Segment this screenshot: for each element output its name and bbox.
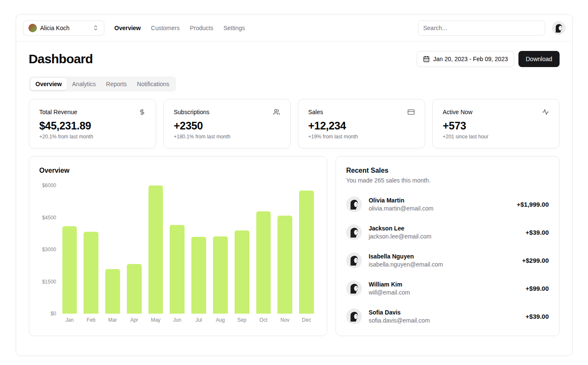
main-nav: Overview Customers Products Settings (115, 25, 245, 31)
tab-notifications[interactable]: Notifications (132, 78, 174, 90)
user-avatar[interactable] (552, 21, 566, 35)
sale-amount: +$99.00 (526, 285, 549, 292)
customer-avatar (346, 197, 362, 212)
recent-sales-card: Recent Sales You made 265 sales this mon… (336, 156, 560, 336)
top-header: Alicia Koch Overview Customers Products … (16, 14, 572, 42)
sale-row: William Kim will@email.com +$99.00 (346, 281, 549, 296)
stat-change: +180.1% from last month (174, 134, 280, 140)
chart-xtick-label: Jul (191, 317, 206, 323)
customer-email: sofia.davis@email.com (369, 317, 430, 324)
team-switcher[interactable]: Alicia Koch (23, 20, 104, 36)
nav-link-products[interactable]: Products (190, 25, 213, 31)
customer-email: will@email.com (369, 289, 410, 296)
chart-bar (277, 216, 292, 314)
stat-change: +20.1% from last month (39, 134, 146, 140)
tab-overview[interactable]: Overview (31, 78, 67, 90)
main-content: Dashboard Jan 20, 2023 - Feb 09, 2023 Do… (16, 42, 572, 356)
chart-bar-column (213, 185, 228, 314)
chart-bar-column (84, 185, 98, 314)
stat-cards: Total Revenue $45,231.89 +20.1% from las… (29, 99, 560, 149)
dashboard-tabs: Overview Analytics Reports Notifications (29, 76, 176, 92)
stat-label: Total Revenue (39, 109, 78, 115)
nav-link-settings[interactable]: Settings (224, 25, 245, 31)
sale-row: Isabella Nguyen isabella.nguyen@email.co… (346, 253, 549, 268)
stat-label: Sales (308, 109, 323, 115)
stat-value: +573 (443, 120, 549, 132)
chart-bar (170, 225, 185, 314)
sale-row: Jackson Lee jackson.lee@email.com +$39.0… (346, 225, 549, 240)
chart-bar (148, 185, 163, 314)
chart-xtick-label: Jun (170, 317, 185, 323)
team-avatar (28, 24, 37, 32)
chart-x-axis: JanFebMarAprMayJunJulAugSepOctNovDec (60, 317, 316, 323)
chart-bar-column (235, 185, 249, 314)
users-icon (273, 109, 280, 115)
chart-bar-column (170, 185, 185, 314)
chart-title: Overview (39, 167, 316, 174)
activity-icon (542, 109, 549, 115)
dollar-sign-icon (139, 109, 146, 115)
stat-label: Active Now (443, 109, 473, 115)
sale-amount: +$1,999.00 (517, 201, 549, 208)
page-title: Dashboard (29, 52, 93, 66)
nav-link-customers[interactable]: Customers (151, 25, 180, 31)
customer-avatar (346, 253, 362, 268)
sale-info: Sofia Davis sofia.davis@email.com (369, 309, 430, 324)
chart-xtick-label: Aug (213, 317, 228, 323)
sale-info: Isabella Nguyen isabella.nguyen@email.co… (369, 253, 443, 268)
customer-name: Jackson Lee (369, 225, 431, 232)
customer-email: jackson.lee@email.com (369, 233, 431, 240)
chart-xtick-label: Dec (299, 317, 314, 323)
stat-value: +12,234 (308, 120, 414, 132)
chevrons-up-down-icon (92, 25, 99, 31)
date-range-text: Jan 20, 2023 - Feb 09, 2023 (433, 56, 508, 62)
customer-email: isabella.nguyen@email.com (369, 261, 443, 268)
chart-ytick-label: $3000 (42, 247, 56, 253)
chart-bar-column (277, 185, 292, 314)
customer-avatar (346, 281, 362, 296)
chart-y-axis: $6000$4500$3000$1500$0 (39, 185, 60, 314)
customer-name: Olivia Martin (369, 197, 434, 204)
nav-link-overview[interactable]: Overview (115, 25, 141, 31)
sale-amount: +$39.00 (526, 229, 549, 236)
tab-analytics[interactable]: Analytics (67, 78, 101, 90)
chart-xtick-label: Apr (127, 317, 142, 323)
chart-bar (62, 226, 77, 314)
date-range-picker[interactable]: Jan 20, 2023 - Feb 09, 2023 (417, 51, 514, 67)
chart-xtick-label: May (148, 317, 163, 323)
chart-ytick-label: $0 (50, 311, 56, 317)
sale-info: William Kim will@email.com (369, 281, 410, 296)
chart-ytick-label: $6000 (42, 182, 56, 188)
customer-avatar (346, 309, 362, 324)
tab-reports[interactable]: Reports (101, 78, 132, 90)
lower-panels: Overview $6000$4500$3000$1500$0 JanFebMa… (29, 156, 560, 336)
stat-change: +201 since last hour (443, 134, 549, 140)
recent-sales-title: Recent Sales (346, 167, 549, 174)
sale-amount: +$299.00 (522, 257, 549, 264)
sale-row: Sofia Davis sofia.davis@email.com +$39.0… (346, 309, 549, 324)
chart-bar-column (191, 185, 206, 314)
customer-name: William Kim (369, 281, 410, 288)
chart-bar (213, 236, 228, 314)
recent-sales-subtitle: You made 265 sales this month. (346, 177, 549, 184)
calendar-icon (423, 56, 430, 62)
stat-value: $45,231.89 (39, 120, 146, 132)
stat-card-subscriptions: Subscriptions +2350 +180.1% from last mo… (163, 99, 291, 149)
download-button[interactable]: Download (518, 51, 559, 67)
stat-label: Subscriptions (174, 109, 210, 115)
title-row: Dashboard Jan 20, 2023 - Feb 09, 2023 Do… (29, 51, 560, 67)
chart-ytick-label: $1500 (42, 279, 56, 285)
chart-bar (235, 230, 249, 314)
chart-bar (191, 237, 206, 314)
dashboard-app: Alicia Koch Overview Customers Products … (16, 14, 573, 356)
chart-xtick-label: Mar (105, 317, 120, 323)
chart-bar (105, 269, 120, 314)
chart-bar (256, 211, 271, 314)
chart-xtick-label: Feb (84, 317, 98, 323)
chart-xtick-label: Jan (62, 317, 77, 323)
sale-info: Jackson Lee jackson.lee@email.com (369, 225, 431, 240)
stat-card-total-revenue: Total Revenue $45,231.89 +20.1% from las… (29, 99, 156, 149)
search-input[interactable] (418, 20, 545, 36)
chart-bar-column (299, 185, 314, 314)
sale-info: Olivia Martin olivia.martin@email.com (369, 197, 434, 212)
